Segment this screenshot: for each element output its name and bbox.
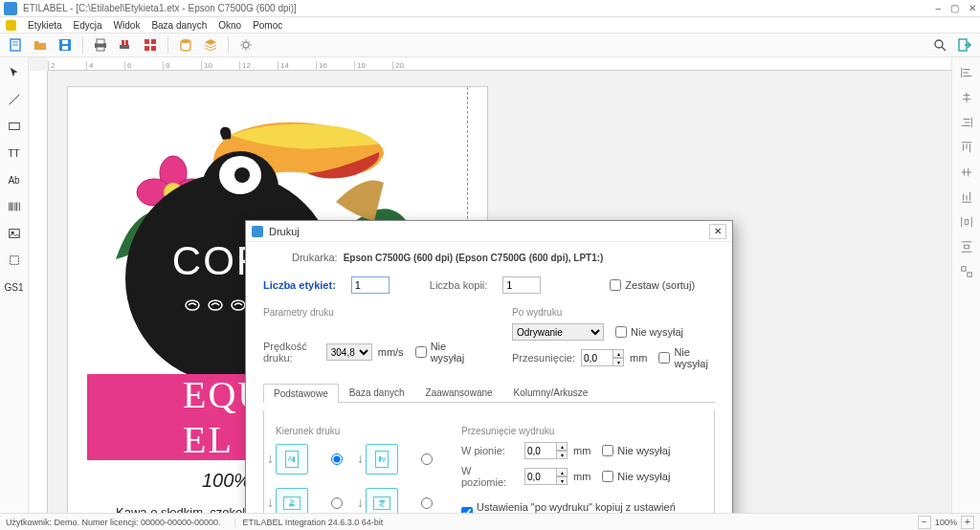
dialog-close-button[interactable]: ✕	[709, 224, 726, 239]
vert-up[interactable]: ▴	[556, 442, 568, 451]
shift-down[interactable]: ▾	[612, 358, 624, 366]
orient-2[interactable]: ↓A▮	[366, 444, 398, 475]
tool-text-ab[interactable]: Ab	[4, 170, 25, 189]
shift-label: Przesunięcie:	[512, 352, 575, 364]
distribute-v-icon[interactable]	[956, 237, 977, 256]
window-maximize[interactable]: ▢	[950, 3, 959, 13]
orient-radio-3[interactable]	[331, 497, 343, 509]
orient-header: Kierunek druku	[276, 426, 433, 436]
menu-baza-danych[interactable]: Baza danych	[151, 20, 207, 31]
menu-bar: Etykieta Edycja Widok Baza danych Okno P…	[0, 17, 980, 33]
save-button[interactable]	[56, 35, 75, 55]
vert-down[interactable]: ▾	[556, 451, 568, 459]
num-labels-label: Liczba etykiet:	[263, 279, 336, 291]
orient-radio-1[interactable]	[331, 453, 343, 465]
menu-pomoc[interactable]: Pomoc	[253, 20, 282, 31]
speed-dontsend-checkbox[interactable]	[415, 346, 427, 358]
shift-up[interactable]: ▴	[612, 349, 624, 358]
main-toolbar	[0, 33, 980, 57]
database-button[interactable]	[176, 35, 195, 55]
speed-select[interactable]: 304,8	[326, 343, 372, 361]
copy-settings-checkbox[interactable]	[461, 507, 473, 513]
print-dialog: Drukuj ✕ Drukarka: Epson C7500G (600 dpi…	[245, 220, 733, 513]
collate-checkbox[interactable]	[610, 279, 621, 291]
status-bar: Użytkownik: Demo. Numer licencji: 00000-…	[0, 513, 980, 530]
svg-rect-21	[10, 256, 18, 265]
collate-label: Zestaw (sortuj)	[625, 279, 695, 291]
tool-image[interactable]	[4, 224, 25, 243]
label-icon	[6, 20, 16, 31]
tab-zaawansowane[interactable]: Zaawansowane	[415, 383, 503, 402]
after-dontsend-checkbox[interactable]	[615, 326, 627, 338]
tool-clip[interactable]	[4, 251, 25, 270]
menu-edycja[interactable]: Edycja	[74, 20, 102, 31]
distribute-h-icon[interactable]	[956, 212, 977, 232]
align-right-icon[interactable]	[956, 113, 977, 132]
svg-rect-34	[961, 267, 965, 271]
window-close[interactable]: ✕	[969, 3, 976, 13]
orient-radio-2[interactable]	[421, 453, 433, 465]
print-queue-button[interactable]	[116, 35, 135, 55]
shift-input[interactable]	[581, 349, 613, 366]
svg-point-33	[234, 167, 250, 183]
vert-input[interactable]	[524, 442, 557, 459]
horiz-down[interactable]: ▾	[556, 476, 568, 485]
svg-point-15	[243, 42, 249, 48]
zoom-out-button[interactable]: −	[918, 516, 931, 529]
orient-3[interactable]: ↓A▮	[276, 488, 308, 513]
print-button[interactable]	[91, 35, 110, 55]
exit-button[interactable]	[955, 35, 974, 55]
svg-point-29	[232, 300, 245, 310]
vert-dontsend-checkbox[interactable]	[602, 445, 613, 456]
status-integration: ETILABEL Integration 24.6.3.0 64-bit	[234, 518, 384, 527]
svg-rect-7	[120, 45, 129, 49]
horiz-dontsend-checkbox[interactable]	[602, 471, 613, 482]
svg-rect-2	[62, 40, 68, 44]
open-button[interactable]	[31, 35, 50, 55]
settings-button[interactable]	[236, 35, 256, 55]
print-variant-button[interactable]	[141, 35, 160, 55]
layers-button[interactable]	[201, 35, 220, 55]
tool-gs1[interactable]: GS1	[4, 277, 25, 297]
new-button[interactable]	[6, 35, 25, 55]
svg-rect-8	[122, 40, 124, 45]
num-copies-input[interactable]	[502, 276, 541, 294]
svg-rect-3	[62, 46, 68, 50]
tool-pointer[interactable]	[4, 63, 25, 82]
align-left-icon[interactable]	[956, 63, 977, 82]
menu-okno[interactable]: Okno	[218, 20, 241, 31]
right-toolbox	[951, 57, 980, 513]
svg-rect-9	[125, 40, 128, 45]
align-bottom-icon[interactable]	[956, 188, 977, 207]
after-select[interactable]: Odrywanie	[512, 323, 604, 341]
zoom-in-button[interactable]: +	[961, 516, 974, 529]
horiz-input[interactable]	[524, 468, 557, 485]
tab-baza-danych[interactable]: Baza danych	[339, 383, 415, 402]
orient-4[interactable]: ↓A▮	[366, 488, 398, 513]
dialog-icon	[252, 226, 263, 237]
tab-kolumny-arkusze[interactable]: Kolumny/Arkusze	[503, 383, 599, 402]
tool-line[interactable]	[4, 90, 25, 109]
align-center-h-icon[interactable]	[956, 88, 977, 107]
window-minimize[interactable]: –	[935, 3, 941, 13]
svg-point-27	[186, 300, 199, 310]
zoom-value: 100%	[935, 518, 957, 527]
tool-rect[interactable]	[4, 117, 25, 136]
orient-radio-4[interactable]	[421, 497, 433, 509]
after-header: Po wydruku	[512, 307, 715, 318]
horiz-up[interactable]: ▴	[556, 468, 568, 476]
zoom-button[interactable]	[930, 35, 949, 55]
orient-1[interactable]: ↓A▮	[276, 444, 308, 475]
menu-widok[interactable]: Widok	[114, 20, 141, 31]
svg-rect-10	[145, 39, 149, 44]
tool-barcode[interactable]	[4, 197, 25, 216]
menu-etykieta[interactable]: Etykieta	[28, 20, 62, 31]
same-size-icon[interactable]	[956, 262, 977, 281]
align-top-icon[interactable]	[956, 138, 977, 157]
tool-text-tt[interactable]: TT	[4, 144, 25, 163]
align-middle-v-icon[interactable]	[956, 163, 977, 182]
tab-podstawowe[interactable]: Podstawowe	[263, 384, 339, 403]
params-header: Parametry druku	[263, 307, 466, 318]
shift-dontsend-checkbox[interactable]	[658, 352, 670, 364]
num-labels-input[interactable]	[351, 276, 390, 294]
